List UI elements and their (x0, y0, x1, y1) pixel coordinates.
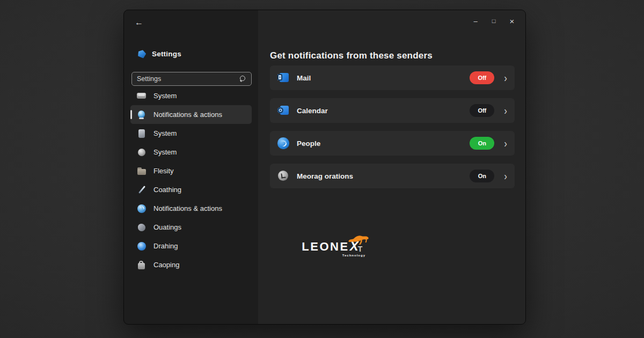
blue-circle-icon (136, 241, 147, 252)
sidebar-item-system-1[interactable]: System (130, 86, 252, 105)
sidebar-item-flesity[interactable]: Flesity (130, 161, 252, 180)
chevron-right-icon: › (504, 72, 507, 83)
sidebar-item-system-3[interactable]: System (130, 143, 252, 161)
mail-app-icon (277, 72, 289, 84)
maximize-button[interactable]: □ (485, 13, 503, 28)
folder-icon (136, 166, 147, 177)
window-controls: – □ × (466, 13, 521, 28)
logo-xt: X T (350, 239, 368, 253)
clock-app-icon (277, 170, 289, 182)
sidebar-item-system-2[interactable]: System (130, 124, 252, 143)
search-icon (239, 75, 246, 83)
settings-logo-icon (137, 49, 147, 59)
back-button[interactable]: ← (131, 16, 147, 30)
sidebar-item-caoping[interactable]: Caoping (130, 255, 252, 274)
sidebar-item-notifications-actions-2[interactable]: Notifications & actions (130, 199, 252, 218)
sender-list: Mail Off › Calendar Off › People On › Me… (270, 65, 515, 196)
page-title: Get notifications from these senders (270, 50, 433, 61)
globe-icon (136, 203, 147, 214)
people-app-icon (277, 137, 289, 149)
sphere-icon (136, 147, 147, 158)
sidebar-item-ouatings[interactable]: Ouatings (130, 218, 252, 237)
sidebar-item-drahing[interactable]: Drahing (130, 237, 252, 255)
sender-row-people[interactable]: People On › (270, 131, 515, 156)
pen-icon (136, 185, 147, 195)
calendar-app-icon (277, 105, 289, 116)
logo-text: LEONE (302, 241, 349, 253)
settings-search[interactable] (131, 72, 252, 86)
leopard-icon (348, 233, 369, 245)
search-input[interactable] (137, 75, 239, 83)
bell-icon (136, 109, 147, 120)
sidebar-nav: System Notifications & actions System Sy… (124, 86, 258, 274)
settings-app-header: Settings (138, 50, 181, 58)
sender-row-calendar[interactable]: Calendar Off › (270, 98, 515, 123)
sender-row-meorag-orations[interactable]: Meorag orations On › (270, 164, 515, 188)
sender-row-mail[interactable]: Mail Off › (270, 65, 515, 90)
leonext-watermark: LEONE X T Technology (295, 239, 375, 257)
people-toggle-badge[interactable]: On (470, 137, 494, 150)
mail-toggle-badge[interactable]: Off (470, 71, 494, 84)
settings-app-title: Settings (152, 50, 181, 58)
minimize-button[interactable]: – (466, 13, 485, 28)
content-pane: Get notifications from these senders Mai… (258, 10, 526, 324)
blob-icon (136, 222, 147, 233)
chevron-right-icon: › (504, 171, 507, 181)
sidebar-item-notifications-actions[interactable]: Notifications & actions (130, 105, 252, 124)
monitor-icon (136, 91, 147, 101)
chevron-right-icon: › (504, 105, 507, 116)
logo-tagline: Technology (295, 254, 375, 257)
calendar-toggle-badge[interactable]: Off (470, 104, 494, 117)
close-button[interactable]: × (503, 13, 521, 28)
chevron-right-icon: › (504, 138, 507, 149)
sidebar-item-coathing[interactable]: Coathing (130, 180, 252, 199)
meorag-toggle-badge[interactable]: On (470, 170, 494, 182)
bag-icon (136, 260, 147, 270)
tablet-icon (136, 128, 147, 139)
back-arrow-icon: ← (135, 18, 143, 27)
settings-window: ← – □ × Settings System Notifications & … (123, 10, 526, 325)
